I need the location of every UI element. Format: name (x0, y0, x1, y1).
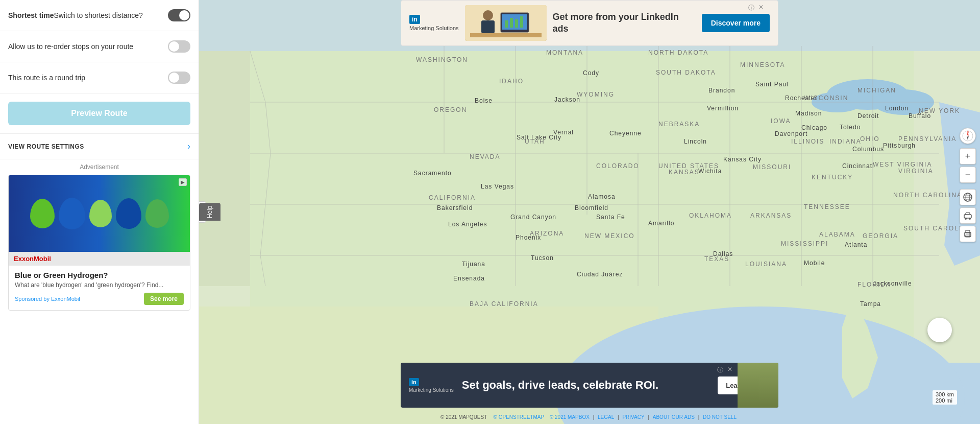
svg-rect-27 (515, 19, 518, 28)
preview-route-button[interactable]: Preview Route (8, 102, 190, 125)
bottom-linkedin-logo: in Marketing Solutions (409, 378, 454, 393)
top-ad-info-icon[interactable]: ⓘ (748, 4, 754, 12)
bottom-ad-info-icon[interactable]: ⓘ (717, 366, 723, 374)
globe-icon (963, 193, 972, 202)
ad-section-label: Advertisement (8, 163, 190, 171)
scale-200mi: 200 mi (936, 397, 954, 404)
top-ad-close-icon[interactable]: ✕ (758, 4, 764, 11)
round-trip-row: This route is a round trip (0, 62, 199, 93)
svg-point-41 (965, 218, 967, 220)
see-more-button[interactable]: See more (144, 293, 184, 305)
ad-box: ExxonMobil Blue or Green Hydrogen? What … (8, 175, 190, 311)
round-trip-label: This route is a round trip (8, 74, 85, 82)
linkedin-logo: in (409, 15, 420, 24)
reorder-stops-label: Allow us to re-order stops on your route (8, 42, 133, 51)
svg-rect-40 (964, 215, 971, 218)
ad-title: Blue or Green Hydrogen? (15, 271, 184, 279)
car-icon (963, 211, 972, 220)
compass-icon: N (962, 130, 974, 142)
svg-text:N: N (967, 131, 969, 134)
map-footer: © 2021 MAPQUEST © OPENSTREETMAP © 2021 M… (440, 414, 739, 420)
print-icon (963, 229, 972, 239)
about-ads-link[interactable]: ABOUT OUR ADS (653, 414, 695, 420)
shortest-time-row: Shortest timeSwitch to shortest distance… (0, 0, 199, 31)
reorder-stops-toggle[interactable] (168, 40, 190, 53)
svg-rect-2 (250, 46, 914, 342)
openstreetmap-link[interactable]: © OPENSTREETMAP (493, 414, 544, 420)
discover-more-button[interactable]: Discover more (702, 14, 770, 32)
ad-section: Advertisement ExxonMobil Blue or Green H… (0, 159, 199, 315)
scale-bar: 300 km 200 mi (933, 390, 957, 405)
route-settings-row[interactable]: VIEW ROUTE SETTINGS › (0, 133, 199, 159)
reorder-stops-row: Allow us to re-order stops on your route (0, 31, 199, 62)
map-area[interactable]: OREGONIDAHONEVADACALIFORNIAUTAHWYOMINGCO… (199, 0, 980, 424)
bottom-ad-close-icon[interactable]: ✕ (727, 366, 732, 373)
left-panel: Shortest timeSwitch to shortest distance… (0, 0, 199, 424)
svg-point-29 (483, 10, 493, 20)
svg-point-46 (969, 233, 970, 234)
round-trip-toggle[interactable] (168, 72, 190, 84)
exxon-brand-text: ExxonMobil (14, 255, 51, 263)
legal-link[interactable]: LEGAL (598, 414, 614, 420)
bottom-ad-woman-image (738, 363, 778, 408)
car-view-button[interactable] (960, 207, 976, 224)
help-button-wrapper: Help (199, 203, 220, 221)
bottom-linkedin-badge: in (409, 378, 419, 386)
footer-text: © 2021 MAPQUEST (440, 414, 490, 420)
do-not-sell-link[interactable]: DO NOT SELL (703, 414, 737, 420)
svg-rect-30 (481, 20, 495, 33)
ad-illustration-svg (465, 5, 547, 41)
ad-description: What are 'blue hydrogen' and 'green hydr… (15, 281, 184, 289)
bottom-ad-text: Set goals, drive leads, celebrate ROI. (462, 379, 709, 392)
ad-image (9, 175, 190, 252)
print-button[interactable] (960, 226, 976, 242)
route-settings-chevron-icon: › (187, 141, 190, 152)
globe-view-button[interactable] (960, 189, 976, 205)
shortest-time-label: Shortest timeSwitch to shortest distance… (8, 11, 143, 19)
compass-control[interactable]: N (960, 128, 976, 144)
bottom-marketing-text: Marketing Solutions (409, 387, 454, 393)
top-ad-text: Get more from your LinkedIn ads (553, 11, 696, 35)
ad-footer: Sponsored by ExxonMobil See more (15, 293, 184, 305)
svg-rect-26 (510, 18, 513, 28)
route-settings-label: VIEW ROUTE SETTINGS (8, 143, 84, 150)
zoom-in-button[interactable]: + (960, 148, 976, 164)
top-ad-marketing-text: Marketing Solutions (409, 25, 459, 31)
zoom-out-button[interactable]: − (960, 167, 976, 183)
ad-badge[interactable]: ▶ (179, 178, 187, 186)
privacy-link[interactable]: PRIVACY (622, 414, 644, 420)
help-button[interactable]: Help (199, 203, 220, 221)
svg-point-42 (969, 218, 971, 220)
exxon-logo: ExxonMobil (9, 252, 190, 266)
shortest-time-toggle[interactable] (168, 9, 190, 21)
mapbox-link[interactable]: © 2021 MAPBOX (550, 414, 590, 420)
map-controls: N + − (960, 128, 976, 242)
map-background (199, 0, 980, 424)
white-circle-button[interactable] (927, 318, 952, 342)
svg-rect-22 (470, 33, 542, 37)
svg-rect-25 (505, 20, 508, 28)
ad-content: Blue or Green Hydrogen? What are 'blue h… (9, 266, 190, 310)
linkedin-logo-area: in Marketing Solutions (409, 15, 459, 31)
scale-300km: 300 km (936, 391, 954, 397)
top-ad-banner: in Marketing Solutions (401, 0, 778, 46)
sponsored-text: Sponsored by ExxonMobil (15, 296, 80, 302)
top-ad-illustration (465, 5, 547, 41)
bottom-ad-banner: in Marketing Solutions Set goals, drive … (401, 363, 778, 408)
svg-rect-28 (520, 16, 523, 28)
